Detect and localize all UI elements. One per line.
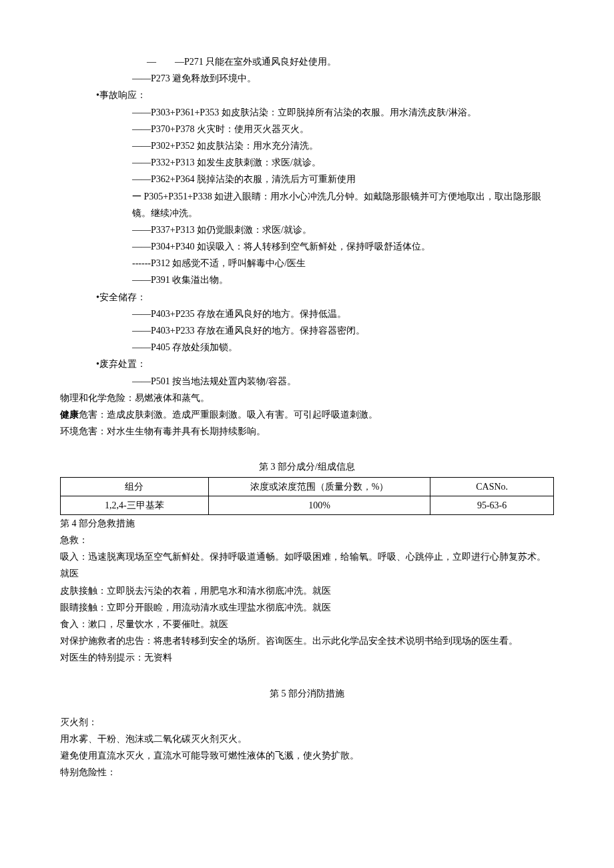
first-aid-label: 急救： bbox=[60, 532, 554, 548]
first-aid-eye: 眼睛接触：立即分开眼睑，用流动清水或生理盐水彻底冲洗。就医 bbox=[60, 599, 554, 616]
precaution-line: ——P332+P313 如发生皮肤刺激：求医/就诊。 bbox=[60, 154, 554, 171]
extinguisher-text: 用水雾、干粉、泡沫或二氧化碳灭火剂灭火。 bbox=[60, 731, 554, 747]
precaution-line: ——P273 避免释放到环境中。 bbox=[60, 70, 554, 87]
health-label: 健康 bbox=[60, 410, 79, 420]
cell-cas: 95-63-6 bbox=[430, 496, 554, 514]
extinguisher-avoid: 避免使用直流水灭火，直流水可能导致可燃性液体的飞溅，使火势扩散。 bbox=[60, 747, 554, 764]
health-hazard: 健康危害：造成皮肤刺激。造成严重眼刺激。吸入有害。可引起呼吸道刺激。 bbox=[60, 406, 554, 423]
subsection-disposal: •废弃处置： bbox=[60, 356, 554, 372]
section-4-title: 第 4 部分急救措施 bbox=[60, 515, 554, 532]
doctor-note: 对医生的特别提示：无资料 bbox=[60, 649, 554, 666]
table-header-row: 组分 浓度或浓度范围（质量分数，%） CASNo. bbox=[61, 477, 554, 496]
precaution-line: ——P501 按当地法规处置内装物/容器。 bbox=[60, 373, 554, 390]
cell-component: 1,2,4-三甲基苯 bbox=[61, 496, 209, 514]
first-aid-ingest: 食入：漱口，尽量饮水，不要催吐。就医 bbox=[60, 616, 554, 632]
precaution-line: ——P403+P233 存放在通风良好的地方。保持容器密闭。 bbox=[60, 322, 554, 339]
precaution-line: ——P337+P313 如仍觉眼刺激：求医/就诊。 bbox=[60, 222, 554, 238]
composition-table: 组分 浓度或浓度范围（质量分数，%） CASNo. 1,2,4-三甲基苯 100… bbox=[60, 477, 554, 515]
subsection-incident: •事故响应： bbox=[60, 87, 554, 103]
col-component: 组分 bbox=[61, 477, 209, 496]
precaution-line: ——P302+P352 如皮肤沾染：用水充分清洗。 bbox=[60, 137, 554, 154]
precaution-line: ——P370+P378 火灾时：使用灭火器灭火。 bbox=[60, 121, 554, 137]
health-text: 危害：造成皮肤刺激。造成严重眼刺激。吸入有害。可引起呼吸道刺激。 bbox=[79, 410, 378, 420]
precaution-line: ------P312 如感觉不适，呼叫解毒中心/医生 bbox=[60, 255, 554, 272]
precaution-line: ——P303+P361+P353 如皮肤沾染：立即脱掉所有沾染的衣服。用水清洗皮… bbox=[60, 104, 554, 121]
first-aid-inhale: 吸入：迅速脱离现场至空气新鲜处。保持呼吸道通畅。如呼吸困难，给输氧。呼吸、心跳停… bbox=[60, 548, 554, 582]
col-concentration: 浓度或浓度范围（质量分数，%） bbox=[208, 477, 430, 496]
first-aid-skin: 皮肤接触：立即脱去污染的衣着，用肥皂水和清水彻底冲洗。就医 bbox=[60, 582, 554, 599]
precaution-line: 一 P305+P351+P338 如进入眼睛：用水小心冲洗几分钟。如戴隐形眼镜并… bbox=[60, 188, 554, 222]
precaution-line: ——P403+P235 存放在通风良好的地方。保持低温。 bbox=[60, 306, 554, 322]
cell-concentration: 100% bbox=[208, 496, 430, 514]
extinguisher-label: 灭火剂： bbox=[60, 714, 554, 731]
section-3-title: 第 3 部分成分/组成信息 bbox=[60, 458, 554, 475]
table-row: 1,2,4-三甲基苯 100% 95-63-6 bbox=[61, 496, 554, 514]
subsection-storage: •安全储存： bbox=[60, 289, 554, 306]
precaution-line: ——P405 存放处须加锁。 bbox=[60, 339, 554, 356]
rescuer-advice: 对保护施救者的忠告：将患者转移到安全的场所。咨询医生。出示此化学品安全技术说明书… bbox=[60, 632, 554, 649]
section-5-title: 第 5 部分消防措施 bbox=[60, 685, 554, 702]
precaution-line: ——P362+P364 脱掉沾染的衣服，清洗后方可重新使用 bbox=[60, 171, 554, 187]
precaution-line: ——P391 收集溢出物。 bbox=[60, 272, 554, 288]
precaution-line: — —P271 只能在室外或通风良好处使用。 bbox=[60, 53, 554, 70]
precaution-line: ——P304+P340 如误吸入：将人转移到空气新鲜处，保持呼吸舒适体位。 bbox=[60, 238, 554, 255]
col-cas: CASNo. bbox=[430, 477, 554, 496]
env-hazard: 环境危害：对水生生物有毒并具有长期持续影响。 bbox=[60, 423, 554, 440]
physical-chemical-hazard: 物理和化学危险：易燃液体和蒸气。 bbox=[60, 390, 554, 406]
special-hazard-label: 特别危险性： bbox=[60, 764, 554, 781]
